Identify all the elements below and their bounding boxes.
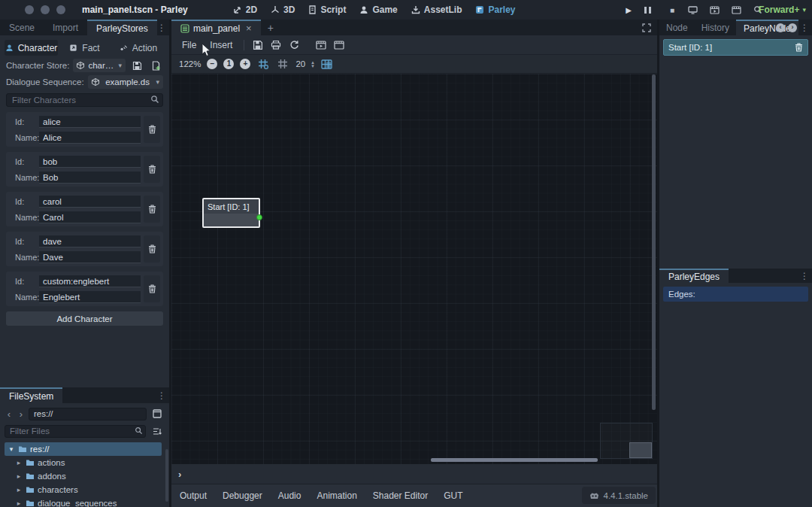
remote-debug-icon[interactable]	[688, 6, 700, 14]
character-id-input[interactable]	[39, 156, 141, 168]
test-dialogue-from-node-icon[interactable]	[331, 38, 347, 53]
tab-history[interactable]: History	[695, 20, 736, 35]
pause-button[interactable]	[644, 7, 656, 14]
character-name-input[interactable]	[39, 132, 141, 144]
minimap-viewport[interactable]	[629, 442, 652, 458]
dialogue-sequence-dropdown[interactable]: example.ds ▾	[88, 75, 163, 89]
character-name-input[interactable]	[39, 251, 141, 263]
character-name-input[interactable]	[39, 172, 141, 184]
selected-node-item[interactable]: Start [ID: 1]	[663, 39, 808, 56]
screen-assetlib-button[interactable]: AssetLib	[411, 5, 462, 15]
path-input[interactable]	[29, 408, 147, 420]
output-button[interactable]: Output	[180, 490, 207, 501]
version-info[interactable]: 4.4.1.stable	[582, 487, 656, 504]
shader-editor-button[interactable]: Shader Editor	[373, 490, 428, 501]
dock-menu-icon[interactable]: ⋮	[157, 20, 166, 35]
filter-files-input[interactable]	[5, 425, 146, 438]
play-scene-button[interactable]	[710, 6, 722, 14]
chevron-expanded-icon[interactable]: ▾	[8, 445, 15, 453]
graph-canvas[interactable]: Start [ID: 1]	[171, 74, 657, 464]
grid-toggle-icon[interactable]	[276, 57, 289, 71]
character-store-dropdown[interactable]: character_st ▾	[73, 59, 126, 72]
file-menu[interactable]: File	[176, 40, 202, 50]
delete-character-button[interactable]	[144, 116, 160, 143]
renderer-selector[interactable]: Forward+ ▾	[759, 0, 806, 20]
zoom-in-button[interactable]: +	[240, 59, 250, 69]
play-custom-scene-button[interactable]	[732, 6, 744, 14]
close-tab-icon[interactable]: ×	[246, 23, 252, 34]
screen-3d-button[interactable]: 3D	[271, 5, 295, 15]
graph-minimap[interactable]	[600, 423, 653, 459]
maximize-window-icon[interactable]	[56, 5, 65, 14]
screen-game-button[interactable]: Game	[359, 5, 397, 15]
minimap-toggle-icon[interactable]	[320, 57, 334, 71]
tree-item-dialogue-sequences[interactable]: ▸ dialogue_sequences	[5, 496, 162, 507]
dock-menu-icon[interactable]: ⋮	[800, 23, 809, 33]
output-port-icon[interactable]	[256, 214, 262, 220]
delete-character-button[interactable]	[144, 196, 160, 223]
add-character-button[interactable]: Add Character	[6, 311, 163, 326]
delete-character-button[interactable]	[144, 235, 160, 263]
chevron-collapsed-icon[interactable]: ▸	[15, 486, 23, 493]
minimize-window-icon[interactable]	[41, 5, 50, 14]
subtab-action[interactable]: Action	[111, 40, 165, 56]
stop-button[interactable]: ■	[666, 6, 678, 14]
graph-node-title[interactable]: Start [ID: 1]	[204, 199, 259, 214]
print-icon[interactable]	[268, 38, 284, 53]
chevron-collapsed-icon[interactable]: ▸	[15, 499, 23, 507]
character-name-input[interactable]	[39, 291, 141, 303]
window-controls[interactable]	[25, 5, 65, 14]
save-icon[interactable]	[250, 38, 266, 53]
tree-item-res[interactable]: ▾ res://	[5, 442, 162, 456]
screen-2d-button[interactable]: 2D	[233, 5, 257, 15]
edges-header-item[interactable]: Edges:	[663, 287, 808, 302]
close-window-icon[interactable]	[25, 5, 34, 14]
delete-character-button[interactable]	[144, 275, 160, 302]
tab-scene[interactable]: Scene	[0, 20, 44, 35]
character-id-input[interactable]	[39, 275, 141, 287]
zoom-out-button[interactable]: −	[207, 59, 217, 69]
character-id-input[interactable]	[39, 196, 141, 208]
subtab-character[interactable]: Character	[5, 40, 58, 56]
tree-item-characters[interactable]: ▸ characters	[5, 483, 162, 496]
tab-parleystores[interactable]: ParleyStores	[87, 20, 157, 35]
snap-toggle-icon[interactable]	[256, 57, 270, 71]
subtab-fact[interactable]: Fact	[58, 40, 111, 56]
nav-back-icon[interactable]: ‹	[5, 408, 14, 420]
snap-distance-spinner[interactable]: ▴ ▾	[311, 60, 314, 68]
delete-node-button[interactable]	[795, 43, 803, 52]
play-button[interactable]: ▶	[623, 6, 635, 14]
vertical-scrollbar[interactable]	[652, 74, 656, 410]
expand-panel-icon[interactable]: ›	[178, 469, 181, 480]
sort-files-icon[interactable]	[150, 424, 165, 438]
debugger-button[interactable]: Debugger	[223, 490, 262, 501]
filter-characters-input[interactable]	[6, 93, 163, 107]
test-dialogue-icon[interactable]	[313, 38, 329, 53]
tab-parleyedges[interactable]: ParleyEdges	[659, 269, 729, 283]
delete-character-button[interactable]	[144, 156, 160, 183]
distraction-free-icon[interactable]	[642, 20, 651, 35]
chevron-collapsed-icon[interactable]: ▸	[15, 472, 23, 480]
horizontal-scrollbar[interactable]	[431, 458, 598, 462]
tabs-prev-icon[interactable]: ‹	[776, 23, 785, 32]
scene-tab-main-panel[interactable]: main_panel ×	[171, 20, 261, 35]
tree-item-addons[interactable]: ▸ addons	[5, 469, 162, 483]
chevron-collapsed-icon[interactable]: ▸	[15, 459, 23, 466]
gut-button[interactable]: GUT	[444, 490, 462, 501]
new-store-script-button[interactable]	[148, 59, 163, 72]
tabs-next-icon[interactable]: ›	[788, 23, 797, 32]
toggle-split-mode-icon[interactable]	[150, 407, 165, 420]
character-name-input[interactable]	[39, 211, 141, 223]
zoom-reset-button[interactable]: 1	[223, 59, 234, 69]
audio-button[interactable]: Audio	[278, 490, 301, 501]
tab-import[interactable]: Import	[44, 20, 87, 35]
dock-menu-icon[interactable]: ⋮	[800, 269, 809, 283]
tree-item-actions[interactable]: ▸ actions	[5, 456, 162, 469]
character-id-input[interactable]	[39, 235, 141, 247]
tab-filesystem[interactable]: FileSystem	[0, 387, 62, 403]
save-store-button[interactable]	[129, 59, 144, 72]
spin-down-icon[interactable]: ▾	[311, 64, 314, 68]
screen-script-button[interactable]: Script	[308, 5, 346, 15]
animation-button[interactable]: Animation	[317, 490, 356, 501]
snap-distance-value[interactable]: 20	[295, 59, 305, 68]
